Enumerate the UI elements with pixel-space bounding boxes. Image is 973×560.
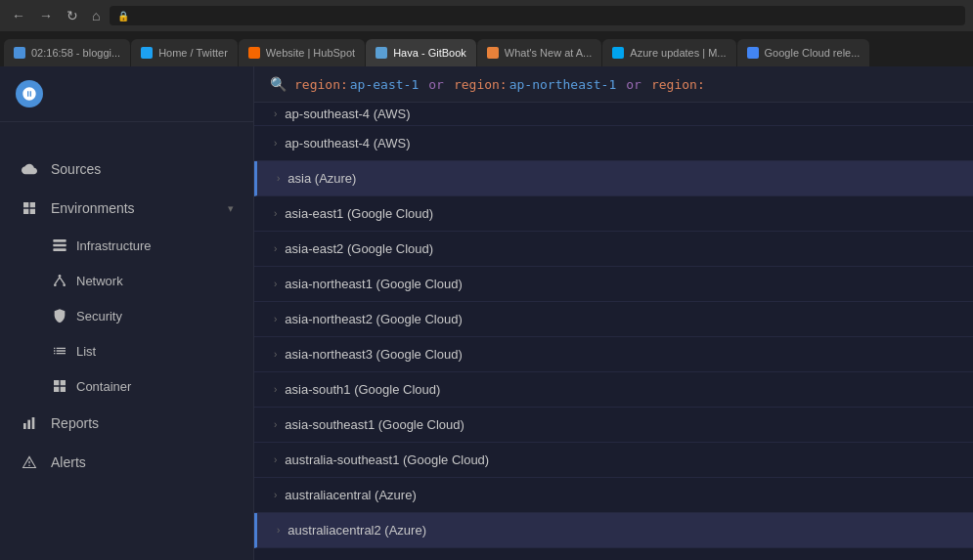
region-item[interactable]: ›asia-south1 (Google Cloud) bbox=[254, 372, 973, 408]
region-label: ap-southeast-4 (AWS) bbox=[285, 136, 410, 151]
svg-rect-9 bbox=[27, 420, 30, 429]
region-label: asia-east2 (Google Cloud) bbox=[285, 241, 433, 256]
hava-logo bbox=[16, 80, 49, 108]
sidebar-item-label: Environments bbox=[51, 200, 135, 216]
region-item[interactable]: ›australiacentral2 (Azure) bbox=[254, 513, 973, 548]
tab-label: Home / Twitter bbox=[158, 47, 228, 59]
chevron-icon: › bbox=[274, 454, 277, 465]
tab-label: What's New at A... bbox=[505, 47, 593, 59]
main-content: 🔍 region:ap-east-1 or region:ap-northeas… bbox=[254, 66, 973, 560]
tabs-bar: 02:16:58 - bloggi...Home / TwitterWebsit… bbox=[0, 31, 973, 66]
sidebar-item-label: Network bbox=[76, 274, 123, 288]
chevron-icon: › bbox=[274, 108, 277, 119]
reload-button[interactable]: ↻ bbox=[63, 6, 82, 25]
region-item[interactable]: ›ap-southeast-4 (AWS) bbox=[254, 103, 973, 126]
sidebar-header bbox=[0, 66, 253, 122]
svg-point-3 bbox=[59, 275, 62, 278]
search-icon: 🔍 bbox=[270, 76, 287, 92]
svg-line-6 bbox=[55, 278, 60, 284]
region-item[interactable]: ›australiacentral (Azure) bbox=[254, 478, 973, 513]
sidebar-item-label: List bbox=[76, 344, 96, 359]
sidebar-item-infrastructure[interactable]: Infrastructure bbox=[0, 228, 253, 263]
container-icon bbox=[51, 377, 68, 395]
sidebar-item-label: Security bbox=[76, 309, 122, 323]
browser-tab-t1[interactable]: 02:16:58 - bloggi... bbox=[4, 39, 130, 66]
expand-icon: ▾ bbox=[228, 202, 234, 215]
region-item[interactable]: ›australia-southeast1 (Google Cloud) bbox=[254, 443, 973, 478]
chevron-icon: › bbox=[274, 208, 277, 219]
tab-label: Hava - GitBook bbox=[393, 47, 466, 59]
browser-tab-t3[interactable]: Website | HubSpot bbox=[239, 39, 365, 66]
browser-tab-t6[interactable]: Azure updates | M... bbox=[602, 39, 735, 66]
forward-button[interactable]: → bbox=[35, 6, 57, 25]
svg-point-4 bbox=[54, 283, 57, 286]
browser-tab-t5[interactable]: What's New at A... bbox=[477, 39, 602, 66]
search-bar: 🔍 region:ap-east-1 or region:ap-northeas… bbox=[254, 66, 973, 103]
region-label: asia-northeast3 (Google Cloud) bbox=[285, 347, 462, 362]
chevron-icon: › bbox=[274, 279, 277, 289]
sidebar-item-sources[interactable]: Sources bbox=[0, 150, 253, 189]
svg-rect-2 bbox=[53, 248, 66, 251]
sidebar-item-network[interactable]: Network bbox=[0, 263, 253, 298]
tab-label: Website | HubSpot bbox=[266, 47, 355, 59]
region-label: australia-southeast1 (Google Cloud) bbox=[285, 452, 489, 467]
region-label: ap-southeast-4 (AWS) bbox=[285, 107, 410, 121]
chevron-icon: › bbox=[277, 173, 280, 184]
tab-favicon bbox=[248, 47, 260, 59]
tab-favicon bbox=[141, 47, 153, 59]
close-panel-area bbox=[0, 138, 253, 146]
search-part2-key: region: bbox=[454, 77, 508, 92]
region-label: australiacentral (Azure) bbox=[285, 488, 416, 502]
chevron-icon: › bbox=[277, 525, 280, 536]
chevron-icon: › bbox=[274, 349, 277, 360]
sidebar-item-list[interactable]: List bbox=[0, 333, 253, 368]
region-item[interactable]: ›asia-southeast1 (Google Cloud) bbox=[254, 408, 973, 443]
region-item[interactable]: ›asia-east1 (Google Cloud) bbox=[254, 196, 973, 232]
region-item[interactable]: ›asia-northeast3 (Google Cloud) bbox=[254, 337, 973, 372]
region-label: asia (Azure) bbox=[287, 171, 356, 186]
sources-icon bbox=[20, 159, 39, 179]
chevron-icon: › bbox=[274, 138, 277, 149]
region-item[interactable]: ›asia-northeast2 (Google Cloud) bbox=[254, 302, 973, 337]
region-label: asia-northeast2 (Google Cloud) bbox=[285, 312, 462, 326]
logo-icon bbox=[16, 80, 43, 108]
lock-icon: 🔒 bbox=[117, 11, 129, 22]
chevron-icon: › bbox=[274, 419, 277, 430]
sidebar-item-environments[interactable]: Environments ▾ bbox=[0, 189, 253, 228]
list-icon bbox=[51, 342, 68, 360]
search-part1-key: region: bbox=[294, 77, 348, 92]
chevron-icon: › bbox=[274, 314, 277, 324]
back-button[interactable]: ← bbox=[8, 6, 29, 25]
sidebar-item-alerts[interactable]: Alerts bbox=[0, 443, 253, 482]
tab-favicon bbox=[376, 47, 387, 59]
infrastructure-icon bbox=[51, 237, 68, 254]
sidebar-item-container[interactable]: Container bbox=[0, 368, 253, 404]
tab-label: Google Cloud rele... bbox=[765, 47, 861, 59]
region-item[interactable]: ›asia (Azure) bbox=[254, 161, 973, 196]
region-item[interactable]: ›asia-northeast1 (Google Cloud) bbox=[254, 267, 973, 302]
chevron-icon: › bbox=[274, 490, 277, 500]
region-item[interactable]: ›ap-southeast-4 (AWS) bbox=[254, 126, 973, 161]
browser-tab-t2[interactable]: Home / Twitter bbox=[131, 39, 238, 66]
svg-point-5 bbox=[63, 283, 66, 286]
address-bar[interactable]: 🔒 bbox=[110, 6, 965, 25]
sidebar: Sources Environments ▾ Infrastructure Ne… bbox=[0, 66, 254, 560]
svg-rect-1 bbox=[53, 244, 66, 247]
search-part3-key: region: bbox=[651, 77, 705, 92]
tab-favicon bbox=[612, 47, 624, 59]
sidebar-item-label: Sources bbox=[51, 161, 101, 177]
region-item[interactable]: ›asia-east2 (Google Cloud) bbox=[254, 232, 973, 267]
search-or2: or bbox=[626, 77, 641, 92]
sidebar-nav: Sources Environments ▾ Infrastructure Ne… bbox=[0, 146, 253, 560]
svg-rect-10 bbox=[32, 417, 35, 429]
browser-tab-t7[interactable]: Google Cloud rele... bbox=[737, 39, 870, 66]
tab-label: Azure updates | M... bbox=[630, 47, 726, 59]
sidebar-item-security[interactable]: Security bbox=[0, 298, 253, 333]
sidebar-item-reports[interactable]: Reports bbox=[0, 404, 253, 443]
browser-tab-t4[interactable]: Hava - GitBook bbox=[366, 39, 476, 66]
sidebar-item-label: Container bbox=[76, 379, 131, 394]
svg-rect-0 bbox=[53, 239, 66, 242]
home-button[interactable]: ⌂ bbox=[88, 6, 104, 25]
network-icon bbox=[51, 272, 68, 289]
tab-favicon bbox=[747, 47, 759, 59]
